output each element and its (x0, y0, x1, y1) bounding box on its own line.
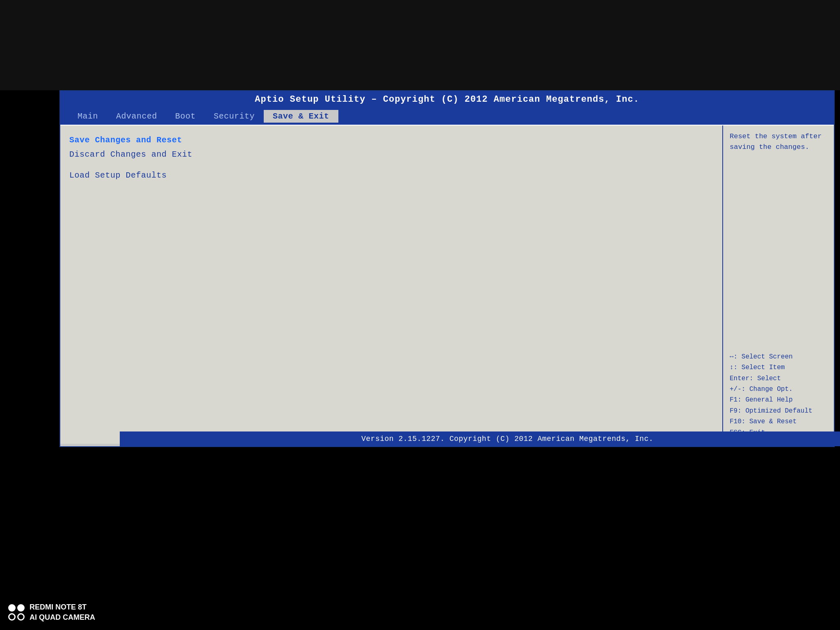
bios-title: Aptio Setup Utility – Copyright (C) 2012… (255, 94, 639, 105)
menu-item-advanced[interactable]: Advanced (107, 110, 166, 123)
camera-ring-1 (8, 613, 16, 621)
right-panel: Reset the system after saving the change… (723, 126, 834, 444)
camera-type: AI QUAD CAMERA (30, 612, 95, 623)
camera-dot-2 (17, 604, 25, 612)
key-select-screen: ↔: Select Screen (730, 352, 827, 362)
key-enter: Enter: Select (730, 373, 827, 384)
camera-icon-row-bottom (8, 613, 25, 621)
option-discard-changes-exit[interactable]: Discard Changes and Exit (69, 147, 713, 162)
menu-bar: Main Advanced Boot Security Save & Exit (60, 108, 834, 126)
option-load-setup-defaults[interactable]: Load Setup Defaults (69, 168, 713, 183)
title-bar: Aptio Setup Utility – Copyright (C) 2012… (60, 91, 834, 108)
content-area: Save Changes and Reset Discard Changes a… (60, 126, 834, 444)
option-save-changes-reset[interactable]: Save Changes and Reset (69, 133, 713, 147)
option-gap (69, 162, 713, 168)
menu-item-security[interactable]: Security (205, 110, 264, 123)
camera-watermark: REDMI NOTE 8T AI QUAD CAMERA (8, 602, 95, 623)
left-panel: Save Changes and Reset Discard Changes a… (60, 126, 723, 444)
key-f10: F10: Save & Reset (730, 416, 827, 427)
top-dark-area (0, 0, 840, 90)
help-description: Reset the system after saving the change… (730, 131, 827, 152)
camera-ring-2 (17, 613, 25, 621)
camera-icon-row-top (8, 604, 25, 612)
key-help-section: ↔: Select Screen ↕: Select Item Enter: S… (730, 352, 827, 438)
device-name: REDMI NOTE 8T (30, 602, 95, 612)
camera-text: REDMI NOTE 8T AI QUAD CAMERA (30, 602, 95, 623)
menu-item-main[interactable]: Main (68, 110, 107, 123)
menu-item-save-exit[interactable]: Save & Exit (264, 110, 338, 123)
key-select-item: ↕: Select Item (730, 362, 827, 373)
key-f9: F9: Optimized Default (730, 406, 827, 416)
key-change-opt: +/-: Change Opt. (730, 384, 827, 395)
menu-item-boot[interactable]: Boot (166, 110, 205, 123)
camera-icons (8, 604, 25, 621)
screen-wrapper: Aptio Setup Utility – Copyright (C) 2012… (0, 0, 840, 630)
key-f1: F1: General Help (730, 395, 827, 405)
version-bar: Version 2.15.1227. Copyright (C) 2012 Am… (120, 431, 840, 446)
version-text: Version 2.15.1227. Copyright (C) 2012 Am… (361, 435, 653, 443)
camera-dot-1 (8, 604, 16, 612)
bios-screen: Aptio Setup Utility – Copyright (C) 2012… (59, 90, 835, 447)
